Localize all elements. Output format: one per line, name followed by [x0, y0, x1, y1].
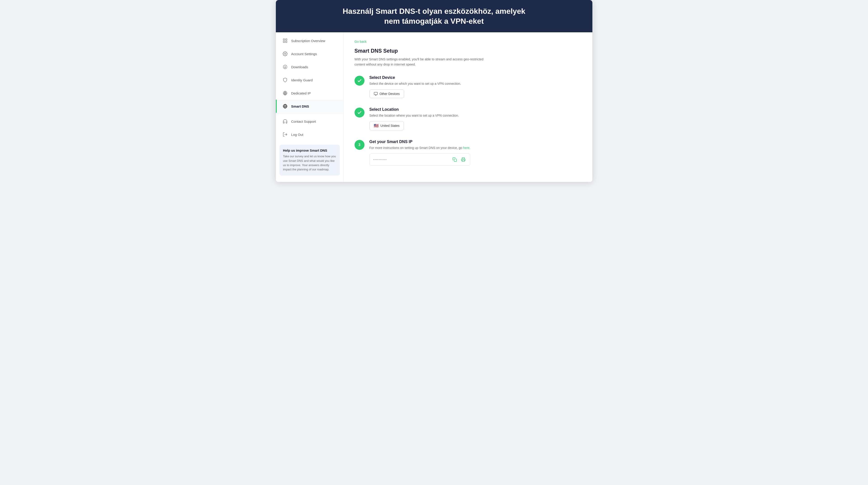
sidebar-label-subscription-overview: Subscription Overview — [291, 39, 326, 43]
svg-rect-1 — [285, 39, 287, 40]
step-get-dns-ip: 3 Get your Smart DNS IP For more instruc… — [354, 139, 582, 166]
sidebar-label-account-settings: Account Settings — [291, 52, 317, 56]
go-back-link[interactable]: Go back — [354, 40, 367, 43]
step-2-description: Select the location where you want to se… — [369, 113, 459, 118]
sidebar-label-dedicated-ip: Dedicated IP — [291, 91, 311, 95]
united-states-label: United States — [380, 124, 400, 127]
svg-point-4 — [284, 53, 286, 55]
step-3-indicator: 3 — [354, 140, 365, 150]
svg-rect-11 — [374, 92, 377, 95]
sidebar-item-dedicated-ip[interactable]: Dedicated IP — [276, 87, 343, 100]
other-devices-button[interactable]: Other Devices — [369, 90, 404, 98]
grid-icon — [282, 38, 288, 44]
step-2-title: Select Location — [369, 107, 459, 112]
globe-icon — [282, 103, 288, 109]
sidebar-label-log-out: Log Out — [291, 133, 303, 136]
sidebar-item-account-settings[interactable]: Account Settings — [276, 47, 343, 60]
top-banner: Használj Smart DNS-t olyan eszközökhöz, … — [276, 0, 592, 32]
step-3-description-prefix: For more instructions on setting up Smar… — [369, 146, 463, 150]
united-states-button[interactable]: 🇺🇸 United States — [369, 121, 404, 130]
sidebar-label-contact-support: Contact Support — [291, 120, 316, 123]
ip-box: •••••••••• — [369, 154, 470, 166]
sidebar-label-identity-guard: Identity Guard — [291, 78, 313, 82]
step-select-device: Select Device Select the device on which… — [354, 75, 582, 98]
banner-title: Használj Smart DNS-t olyan eszközökhöz, … — [285, 6, 583, 26]
step-2-indicator — [354, 107, 365, 118]
survey-box: Help us improve Smart DNS Take our surve… — [279, 144, 340, 175]
headset-icon — [282, 119, 288, 124]
sidebar-item-smart-dns[interactable]: Smart DNS — [276, 100, 343, 113]
step-1-indicator — [354, 76, 365, 86]
svg-rect-15 — [462, 160, 464, 161]
svg-rect-14 — [454, 159, 457, 161]
sidebar-item-contact-support[interactable]: Contact Support — [276, 115, 343, 128]
download-icon — [282, 64, 288, 70]
svg-rect-0 — [283, 39, 284, 40]
sidebar-label-downloads: Downloads — [291, 65, 308, 69]
shield-icon — [282, 77, 288, 83]
sidebar: Subscription Overview Account Settings — [276, 32, 344, 182]
step-3-title: Get your Smart DNS IP — [369, 139, 470, 144]
step-1-title: Select Device — [369, 75, 461, 80]
sidebar-item-identity-guard[interactable]: Identity Guard — [276, 73, 343, 87]
ip-value: •••••••••• — [373, 158, 450, 161]
page-title: Smart DNS Setup — [354, 48, 582, 54]
page-description: With your Smart DNS settings enabled, yo… — [354, 57, 495, 67]
sidebar-label-smart-dns: Smart DNS — [291, 104, 309, 108]
step-3-description: For more instructions on setting up Smar… — [369, 146, 470, 150]
step-1-description: Select the device on which you want to s… — [369, 82, 461, 86]
logout-icon — [282, 132, 288, 137]
svg-rect-3 — [285, 41, 287, 42]
other-devices-label: Other Devices — [380, 92, 400, 96]
step-3-body: Get your Smart DNS IP For more instructi… — [369, 139, 470, 166]
monitor-icon — [374, 92, 378, 96]
sidebar-item-subscription-overview[interactable]: Subscription Overview — [276, 34, 343, 47]
ip-actions — [452, 156, 466, 163]
globe-lock-icon — [282, 90, 288, 96]
step-3-number: 3 — [359, 143, 361, 147]
copy-ip-button[interactable] — [452, 156, 458, 163]
gear-icon — [282, 51, 288, 57]
step-1-body: Select Device Select the device on which… — [369, 75, 461, 98]
print-ip-button[interactable] — [460, 156, 466, 163]
sidebar-item-downloads[interactable]: Downloads — [276, 60, 343, 73]
svg-rect-2 — [283, 41, 284, 42]
survey-description: Take our survey and let us know how you … — [283, 154, 336, 171]
survey-title: Help us improve Smart DNS — [283, 149, 336, 152]
main-content: Go back Smart DNS Setup With your Smart … — [344, 32, 592, 182]
step-select-location: Select Location Select the location wher… — [354, 107, 582, 130]
here-link[interactable]: here. — [463, 146, 470, 150]
flag-us-icon: 🇺🇸 — [374, 123, 379, 128]
sidebar-item-log-out[interactable]: Log Out — [276, 128, 343, 141]
step-2-body: Select Location Select the location wher… — [369, 107, 459, 130]
